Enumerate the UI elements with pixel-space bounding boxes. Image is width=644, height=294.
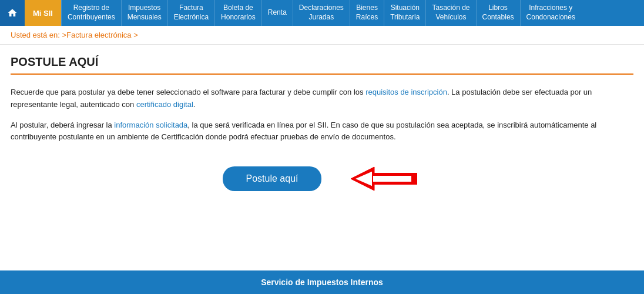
nav-renta[interactable]: Renta [261,0,293,26]
nav-bienes[interactable]: Bienes Raíces [350,0,384,26]
nav-factura[interactable]: Factura Electrónica [167,0,214,26]
p2-link-informacion[interactable]: información solicitada [114,121,187,129]
nav-impuestos[interactable]: Impuestos Mensuales [121,0,167,26]
svg-rect-3 [373,175,411,182]
main-content: POSTULE AQUÍ Recuerde que para postular … [0,45,644,270]
nav-situacion[interactable]: Situación Tributaria [384,0,425,26]
postule-button[interactable]: Postule aquí [223,166,322,191]
breadcrumb: Usted está en: >Factura electrónica > [0,26,644,45]
svg-rect-5 [373,173,417,176]
breadcrumb-link[interactable]: >Factura electrónica > [62,31,137,39]
mi-sii-nav[interactable]: Mi SII [25,0,61,26]
home-button[interactable] [0,0,25,26]
footer: Servicio de Impuestos Internos [0,270,644,294]
nav-tasacion[interactable]: Tasación de Vehículos [425,0,475,26]
arrow-indicator [345,161,421,196]
p1-link-requisitos[interactable]: requisitos de inscripción [365,88,447,96]
p1-text-end: . [193,100,196,109]
home-icon [7,8,18,18]
breadcrumb-prefix: Usted está en: [11,31,62,39]
page-title: POSTULE AQUÍ [11,55,633,75]
svg-rect-7 [414,173,417,185]
nav-infracciones[interactable]: Infracciones y Condonaciones [520,0,581,26]
action-area: Postule aquí [11,161,633,196]
nav-declaraciones[interactable]: Declaraciones Juradas [293,0,350,26]
paragraph-2: Al postular, deberá ingresar la informac… [11,119,633,144]
p1-text-start: Recuerde que para postular ya debe tener… [11,88,365,96]
navbar: Mi SII Registro de Contribuyentes Impues… [0,0,644,26]
nav-registro[interactable]: Registro de Contribuyentes [61,0,121,26]
footer-label: Servicio de Impuestos Internos [261,278,383,287]
nav-boleta[interactable]: Boleta de Honorarios [214,0,261,26]
p1-link-certificado[interactable]: certificado digital [136,100,193,109]
p2-text-start: Al postular, deberá ingresar la [11,121,114,129]
paragraph-1: Recuerde que para postular ya debe tener… [11,86,633,111]
nav-libros[interactable]: Libros Contables [476,0,520,26]
arrow-icon [345,161,421,196]
svg-rect-6 [373,182,417,185]
